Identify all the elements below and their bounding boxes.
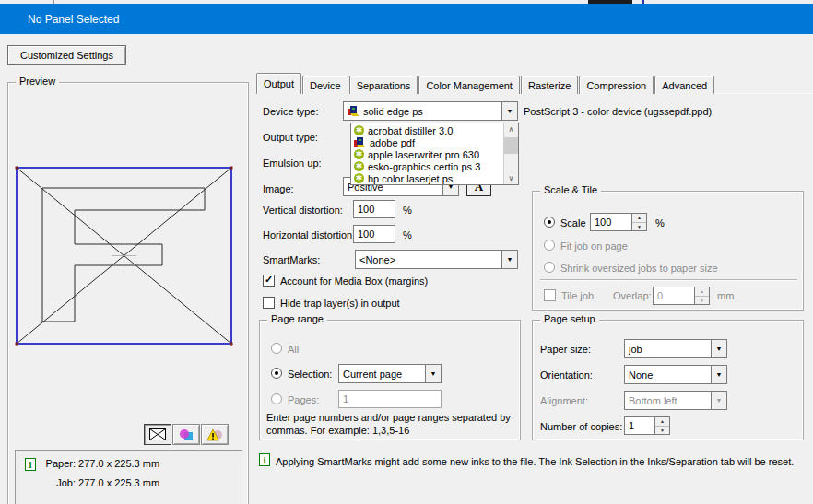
vertical-distortion-field[interactable]: 100 <box>353 200 395 218</box>
smartmarks-combo[interactable]: <None> <box>355 250 518 269</box>
horizontal-distortion-label: Horizontal distortion: <box>263 229 355 240</box>
preview-canvas <box>9 88 242 364</box>
ps-device-icon <box>354 173 364 183</box>
overlap-unit-label: mm <box>717 290 734 301</box>
tab-strip: Output Device Separations Color Manageme… <box>256 74 715 94</box>
corner-marker <box>16 167 18 170</box>
scale-tile-legend: Scale & Tile <box>540 184 601 195</box>
window-title: No Panel Selected <box>28 13 119 26</box>
dropdown-button[interactable] <box>501 251 517 268</box>
scale-percent-label: % <box>655 217 665 229</box>
percent-label: % <box>403 229 412 240</box>
image-label: Image: <box>263 183 294 194</box>
scrollbar-thumb[interactable] <box>504 137 518 154</box>
output-type-label: Output type: <box>263 132 318 143</box>
pages-radio[interactable] <box>271 393 282 404</box>
tab-separations[interactable]: Separations <box>349 76 418 94</box>
tab-compression[interactable]: Compression <box>579 76 654 94</box>
page-range-hint: Enter page numbers and/or page ranges se… <box>266 411 517 437</box>
pages-field[interactable]: 1 <box>338 390 442 408</box>
device-type-value: solid edge ps <box>363 106 423 117</box>
tab-color-management[interactable]: Color Management <box>418 76 520 94</box>
list-scrollbar[interactable]: ∧ ∨ <box>503 123 518 184</box>
smartmarks-label: SmartMarks: <box>263 254 320 265</box>
footer-message: Applying SmartMarks might add some new i… <box>276 456 794 467</box>
device-option[interactable]: acrobat distiller 3.0 <box>351 124 503 136</box>
tile-job-checkbox[interactable] <box>544 289 556 301</box>
scale-label: Scale <box>560 217 586 229</box>
device-type-combo[interactable]: solid edge ps <box>343 101 518 121</box>
info-icon: i <box>259 453 270 466</box>
paper-size-combo[interactable]: job <box>624 339 727 358</box>
selection-combo[interactable]: Current page <box>338 364 442 383</box>
fit-job-radio[interactable] <box>544 240 555 251</box>
spin-down-button[interactable] <box>632 223 646 231</box>
percent-label: % <box>403 205 412 216</box>
scale-radio[interactable] <box>544 217 555 228</box>
hide-trap-checkbox[interactable] <box>263 297 275 309</box>
spin-down-button[interactable] <box>695 297 709 305</box>
alignment-combo[interactable]: Bottom left <box>624 391 727 410</box>
color-preview-button[interactable] <box>172 424 200 445</box>
emulsion-up-label: Emulsion up: <box>263 158 322 169</box>
scrollbar-track[interactable] <box>504 135 518 172</box>
customized-settings-label: Customized Settings <box>20 50 113 61</box>
scrollbar-up-button[interactable]: ∧ <box>504 123 518 135</box>
selection-value: Current page <box>343 369 402 380</box>
tile-job-label: Tile job <box>561 290 594 301</box>
overlap-spinner[interactable]: 0 <box>653 287 710 305</box>
spin-up-button[interactable] <box>632 214 646 223</box>
page-range-legend: Page range <box>267 313 327 324</box>
dropdown-button[interactable] <box>711 340 726 357</box>
orientation-combo[interactable]: None <box>624 365 727 384</box>
device-option[interactable]: adobe pdf <box>351 136 503 148</box>
warnings-icon <box>206 428 223 441</box>
printer-icon <box>348 106 359 117</box>
wireframe-view-button[interactable] <box>144 424 171 445</box>
job-label: Job: <box>41 477 76 488</box>
tab-device[interactable]: Device <box>302 76 348 94</box>
smartmarks-value: <None> <box>359 254 395 265</box>
account-media-box-label: Account for Media Box (margins) <box>280 275 428 287</box>
page-setup-groupbox: Page setup Paper size: job Orientation: … <box>532 320 804 440</box>
group-divider <box>540 279 797 280</box>
corner-marker <box>230 167 233 170</box>
dropdown-button[interactable] <box>425 365 441 382</box>
dropdown-button[interactable] <box>711 366 726 383</box>
account-media-box-checkbox[interactable] <box>263 275 275 287</box>
spin-up-button[interactable] <box>655 417 669 427</box>
ps-device-icon <box>354 149 364 159</box>
device-option[interactable]: esko-graphics certin ps 3 <box>351 160 503 172</box>
page-range-groupbox: Page range All Selection: Current page P… <box>259 320 521 440</box>
alignment-value: Bottom left <box>629 395 678 406</box>
device-option[interactable]: hp color laserjet ps <box>351 172 503 184</box>
device-option[interactable]: apple laserwriter pro 630 <box>351 148 503 160</box>
corner-marker <box>230 343 233 346</box>
copies-label: Number of copies: <box>540 421 622 432</box>
copies-spinner[interactable]: 1 <box>624 416 670 435</box>
ps-device-icon <box>354 125 364 135</box>
warnings-button[interactable] <box>201 424 229 445</box>
customized-settings-button[interactable]: Customized Settings <box>7 45 126 65</box>
paper-value: 277.0 x 225.3 mm <box>78 458 159 469</box>
selection-radio[interactable] <box>271 368 282 379</box>
spin-down-button[interactable] <box>655 427 669 435</box>
printer-icon <box>354 137 366 148</box>
horizontal-distortion-field[interactable]: 100 <box>353 225 395 243</box>
tab-advanced[interactable]: Advanced <box>654 76 714 94</box>
hide-trap-label: Hide trap layer(s) in output <box>280 298 400 309</box>
dropdown-button[interactable] <box>711 392 726 409</box>
orientation-label: Orientation: <box>540 369 593 381</box>
tab-rasterize[interactable]: Rasterize <box>521 76 578 94</box>
paper-label: Paper: <box>41 458 76 469</box>
scale-spinner[interactable]: 100 <box>590 213 647 231</box>
shrink-jobs-radio[interactable] <box>544 262 555 273</box>
spin-up-button[interactable] <box>695 287 709 297</box>
pages-label: Pages: <box>288 394 319 405</box>
dropdown-button[interactable] <box>501 102 517 120</box>
title-bar[interactable]: No Panel Selected <box>0 4 813 34</box>
all-pages-radio[interactable] <box>271 343 282 354</box>
tab-output[interactable]: Output <box>256 73 301 94</box>
scrollbar-down-button[interactable]: ∨ <box>504 172 518 184</box>
job-size-row: Job: 277.0 x 225.3 mm <box>41 477 159 488</box>
